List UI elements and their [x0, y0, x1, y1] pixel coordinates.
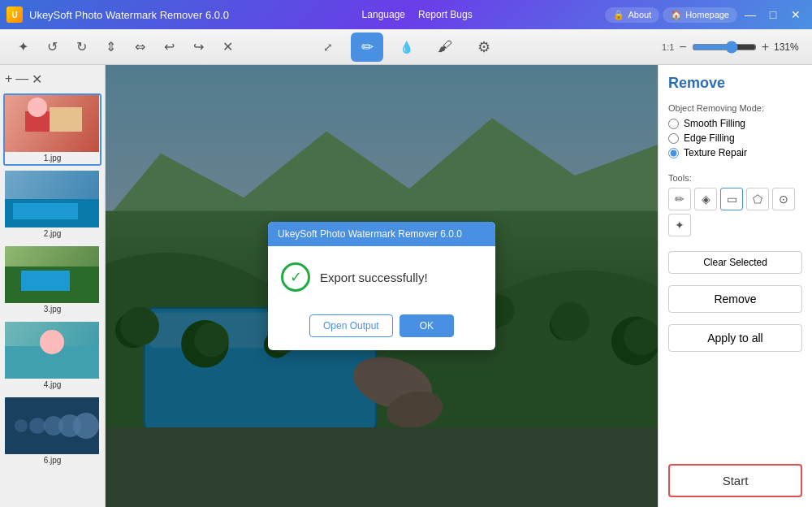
modal-overlay: UkeySoft Photo Watermark Remover 6.0.0 ✓… — [106, 65, 658, 507]
mode-section: Object Removing Mode: Smooth Filling Edg… — [668, 103, 802, 165]
magic-wand-tool[interactable]: ✦ — [668, 214, 691, 236]
crop-main-tool[interactable]: ⤢ — [312, 32, 344, 62]
redo-tool[interactable]: ↪ — [185, 34, 211, 60]
export-dialog: UkeySoft Photo Watermark Remover 6.0.0 ✓… — [268, 222, 495, 350]
mode-edge-label: Edge Filling — [684, 132, 735, 144]
thumbnail-item-3[interactable]: 3.jpg — [3, 245, 102, 317]
mode-radio-group: Smooth Filling Edge Filling Texture Repa… — [668, 118, 802, 158]
dropper-main-tool[interactable]: 💧 — [390, 32, 422, 62]
mode-section-label: Object Removing Mode: — [668, 103, 802, 113]
thumbnail-item-4[interactable]: 4.jpg — [3, 320, 102, 392]
titlebar: U UkeySoft Photo Watermark Remover 6.0.0… — [0, 0, 812, 29]
thumb-canvas-4 — [5, 322, 99, 379]
remove-button[interactable]: Remove — [668, 285, 802, 313]
mode-edge[interactable]: Edge Filling — [668, 132, 802, 144]
close-file-button[interactable]: ✕ — [32, 72, 42, 87]
paint-main-tool[interactable]: 🖌 — [429, 32, 461, 62]
home-label: Homepage — [685, 10, 729, 20]
nav-report-bugs[interactable]: Report Bugs — [418, 9, 473, 20]
start-button[interactable]: Start — [668, 464, 802, 497]
edit-tools: ✦ ↺ ↻ ⇕ ⇔ ↩ ↪ ✕ — [10, 34, 240, 60]
mode-texture-label: Texture Repair — [684, 147, 747, 158]
mode-texture[interactable]: Texture Repair — [668, 147, 802, 158]
magic-main-tool[interactable]: ⚙ — [468, 32, 500, 62]
titlebar-nav: Language Report Bugs — [362, 9, 473, 20]
file-add-bar: + — ✕ — [3, 68, 102, 90]
canvas-area[interactable]: UkeySoft Photo Watermark Remover 6.0.0 ✓… — [106, 65, 658, 507]
add-file-button[interactable]: + — [5, 72, 12, 87]
mode-smooth-radio[interactable] — [668, 119, 679, 129]
modal-footer: Open Output OK — [268, 308, 495, 350]
open-output-button[interactable]: Open Output — [309, 314, 393, 337]
success-icon: ✓ — [281, 262, 310, 292]
eraser-tool[interactable]: ◈ — [694, 188, 717, 210]
main-layout: + — ✕ 1.jpg 2.jpg 3.jpg 4.jpg 6.jpg — [0, 65, 812, 507]
tools-section: Tools: ✏ ◈ ▭ ⬠ ⊙ ✦ — [668, 173, 802, 243]
modal-message: Export successfully! — [320, 271, 428, 284]
maximize-button[interactable]: □ — [763, 5, 783, 24]
rotate-right-tool[interactable]: ↻ — [68, 34, 94, 60]
rectangle-tool[interactable]: ▭ — [720, 188, 743, 210]
nav-language[interactable]: Language — [362, 9, 405, 20]
pencil-tool[interactable]: ✏ — [668, 188, 691, 210]
sidebar: + — ✕ 1.jpg 2.jpg 3.jpg 4.jpg 6.jpg — [0, 65, 106, 507]
thumb-canvas-3 — [5, 246, 99, 303]
zoom-slider[interactable] — [692, 41, 757, 54]
remove-file-button[interactable]: — — [15, 72, 28, 87]
polygon-tool[interactable]: ⬠ — [746, 188, 769, 210]
thumb-label-6: 6.jpg — [5, 454, 100, 466]
thumb-label-1: 1.jpg — [5, 152, 100, 164]
thumb-label-3: 3.jpg — [5, 303, 100, 315]
lasso-tool[interactable]: ⊙ — [772, 188, 795, 210]
close-button[interactable]: ✕ — [786, 5, 806, 24]
homepage-button[interactable]: 🏠 Homepage — [663, 7, 737, 23]
modal-header: UkeySoft Photo Watermark Remover 6.0.0 — [268, 222, 495, 246]
mode-smooth-label: Smooth Filling — [684, 118, 745, 129]
rotate-left-tool[interactable]: ↺ — [39, 34, 65, 60]
clear-selected-button[interactable]: Clear Selected — [668, 251, 802, 274]
thumb-label-4: 4.jpg — [5, 379, 100, 391]
right-panel: Remove Object Removing Mode: Smooth Fill… — [658, 65, 812, 507]
about-button[interactable]: 🔒 About — [605, 7, 659, 23]
mode-edge-radio[interactable] — [668, 133, 679, 144]
app-title: UkeySoft Photo Watermark Remover 6.0.0 — [29, 9, 229, 21]
home-icon: 🏠 — [671, 10, 682, 20]
zoom-percent-label: 131% — [774, 41, 802, 53]
zoom-controls: 1:1 − + 131% — [662, 40, 802, 54]
main-tools: ⤢ ✏ 💧 🖌 ⚙ — [312, 32, 500, 62]
modal-title: UkeySoft Photo Watermark Remover 6.0.0 — [278, 228, 462, 240]
mode-texture-radio[interactable] — [668, 148, 679, 158]
close-tool[interactable]: ✕ — [214, 34, 240, 60]
zoom-out-button[interactable]: − — [679, 40, 686, 54]
ok-button[interactable]: OK — [400, 314, 454, 337]
zoom-ratio-label: 1:1 — [662, 42, 674, 52]
drawing-tools-grid: ✏ ◈ ▭ ⬠ ⊙ ✦ — [668, 188, 802, 236]
modal-body: ✓ Export successfully! — [268, 246, 495, 308]
thumbnail-item-6[interactable]: 6.jpg — [3, 396, 102, 468]
thumb-label-2: 2.jpg — [5, 228, 100, 240]
undo-tool[interactable]: ↩ — [156, 34, 182, 60]
thumbnail-item-2[interactable]: 2.jpg — [3, 169, 102, 241]
thumb-canvas-1 — [5, 95, 99, 152]
toolbar: ✦ ↺ ↻ ⇕ ⇔ ↩ ↪ ✕ ⤢ ✏ 💧 🖌 ⚙ 1:1 − + 131% — [0, 29, 812, 65]
flip-h-tool[interactable]: ⇔ — [127, 34, 153, 60]
brush-main-tool[interactable]: ✏ — [351, 32, 383, 62]
thumb-canvas-6 — [5, 397, 99, 454]
tools-section-label: Tools: — [668, 173, 802, 183]
titlebar-right: 🔒 About 🏠 Homepage — □ ✕ — [605, 5, 806, 24]
thumbnail-item-1[interactable]: 1.jpg — [3, 93, 102, 166]
apply-to-all-button[interactable]: Apply to all — [668, 324, 802, 352]
mode-smooth[interactable]: Smooth Filling — [668, 118, 802, 129]
checkmark-icon: ✓ — [290, 268, 302, 286]
panel-title: Remove — [668, 75, 802, 92]
about-label: About — [628, 10, 651, 20]
lock-icon: 🔒 — [613, 10, 624, 20]
zoom-in-button[interactable]: + — [762, 40, 769, 54]
thumb-canvas-2 — [5, 171, 99, 228]
titlebar-left: U UkeySoft Photo Watermark Remover 6.0.0 — [6, 6, 229, 23]
flip-v-tool[interactable]: ⇕ — [97, 34, 123, 60]
app-logo: U — [6, 6, 23, 23]
sparkle-tool[interactable]: ✦ — [10, 34, 36, 60]
minimize-button[interactable]: — — [741, 5, 760, 24]
